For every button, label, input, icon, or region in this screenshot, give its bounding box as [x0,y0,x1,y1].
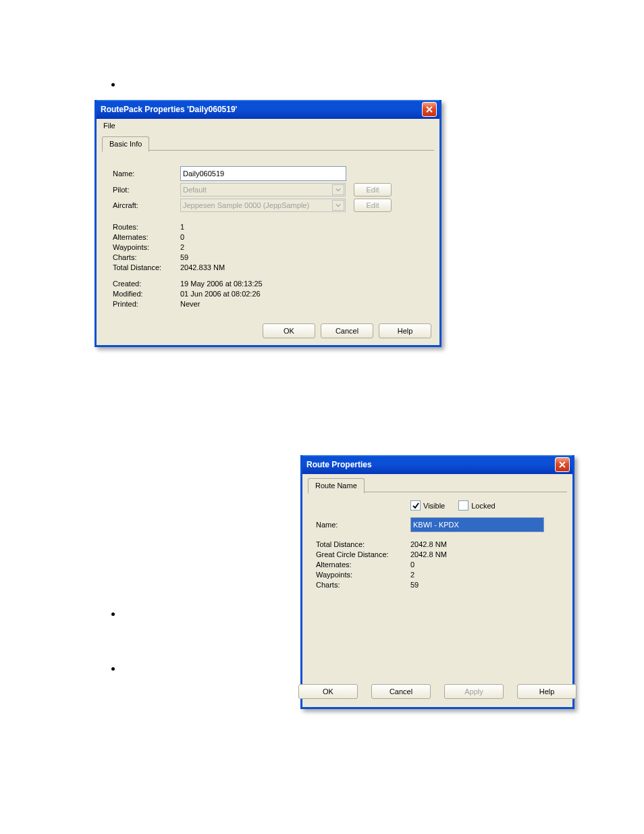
bullet-icon [111,83,115,86]
charts-label: Charts: [113,253,180,261]
routes-value: 1 [180,223,184,231]
bullet-icon [111,613,115,616]
modified-value: 01 Jun 2006 at 08:02:26 [180,290,261,298]
help-button[interactable]: Help [517,684,576,699]
waypoints-value: 2 [180,243,184,251]
total-distance-value: 2042.8 NM [410,540,447,548]
aircraft-value: Jeppesen Sample 0000 (JeppSample) [183,201,309,209]
titlebar-text: Route Properties [306,460,372,469]
modified-label: Modified: [113,290,180,298]
routes-label: Routes: [113,223,180,231]
chevron-down-icon [332,200,344,211]
locked-checkbox-wrap[interactable]: Locked [458,500,495,511]
cancel-button[interactable]: Cancel [371,684,431,699]
name-input[interactable] [180,166,346,181]
charts-label: Charts: [316,581,410,589]
total-distance-label: Total Distance: [316,540,410,548]
locked-label: Locked [471,502,495,510]
name-label: Name: [113,170,180,178]
name-label: Name: [316,521,410,529]
total-distance-label: Total Distance: [113,263,180,271]
alternates-value: 0 [180,233,184,241]
aircraft-label: Aircraft: [113,201,180,209]
pilot-label: Pilot: [113,186,180,194]
bullet-icon [111,667,115,671]
menubar: File [97,119,439,132]
tab-route-name[interactable]: Route Name [308,478,365,494]
printed-label: Printed: [113,300,180,308]
visible-checkbox-wrap[interactable]: Visible [410,500,445,511]
alternates-value: 0 [410,561,414,569]
gcd-value: 2042.8 NM [410,550,447,558]
waypoints-value: 2 [410,571,414,579]
alternates-label: Alternates: [316,561,410,569]
gcd-label: Great Circle Distance: [316,550,410,558]
printed-value: Never [180,300,200,308]
created-label: Created: [113,280,180,288]
pilot-value: Default [183,186,207,194]
route-properties-dialog: Route Properties Route Name Visible [300,455,574,709]
help-button[interactable]: Help [379,323,431,338]
close-icon[interactable] [555,457,570,472]
created-value: 19 May 2006 at 08:13:25 [180,280,263,288]
visible-label: Visible [423,502,445,510]
titlebar[interactable]: RoutePack Properties 'Daily060519' [97,100,439,119]
charts-value: 59 [410,581,419,589]
apply-button: Apply [444,684,504,699]
waypoints-label: Waypoints: [316,571,410,579]
waypoints-label: Waypoints: [113,243,180,251]
name-input[interactable] [410,517,544,532]
ok-button[interactable]: OK [298,684,358,699]
chevron-down-icon [332,184,344,195]
ok-button[interactable]: OK [263,323,315,338]
total-distance-value: 2042.833 NM [180,263,225,271]
titlebar[interactable]: Route Properties [302,455,572,474]
pilot-dropdown: Default [180,183,346,197]
menu-file[interactable]: File [99,120,119,131]
locked-checkbox[interactable] [458,500,468,511]
charts-value: 59 [180,253,188,261]
visible-checkbox[interactable] [410,500,421,511]
aircraft-dropdown: Jeppesen Sample 0000 (JeppSample) [180,199,346,212]
titlebar-text: RoutePack Properties 'Daily060519' [101,105,237,114]
pilot-edit-button: Edit [354,183,392,197]
cancel-button[interactable]: Cancel [321,323,373,338]
close-icon[interactable] [422,102,437,117]
aircraft-edit-button: Edit [354,199,392,212]
tab-basic-info[interactable]: Basic Info [102,136,149,152]
routepack-properties-dialog: RoutePack Properties 'Daily060519' File … [95,100,441,347]
alternates-label: Alternates: [113,233,180,241]
